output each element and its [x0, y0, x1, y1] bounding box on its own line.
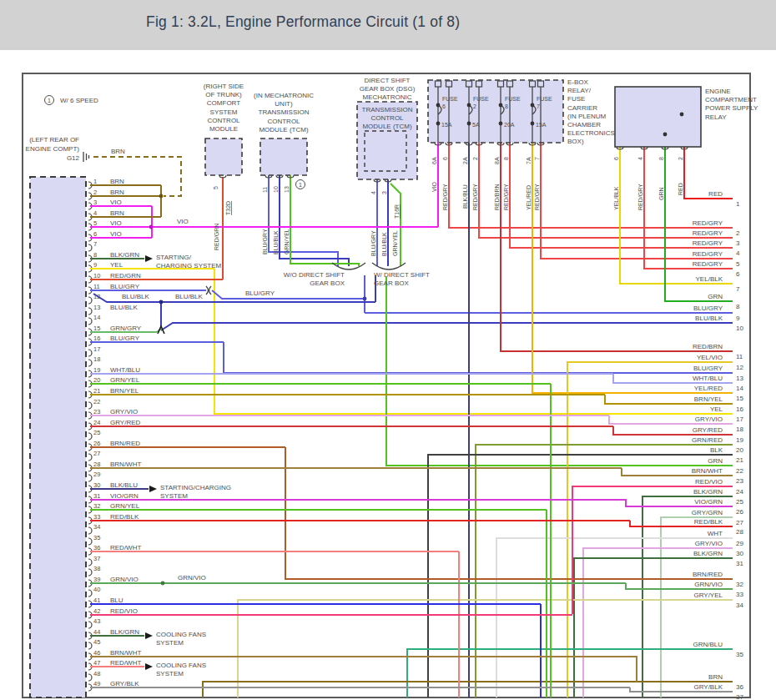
left-pin-wire-label: BLU [110, 597, 123, 604]
left-pin-number: 32 [93, 502, 100, 510]
tcm-module-label: TRANSMISSION [259, 108, 310, 116]
right-row-number: 15 [736, 395, 743, 402]
dsg-module-inner-label: TRANSMISSION [362, 106, 413, 113]
comfort-module-label: OF TRUNK) [205, 91, 242, 98]
left-pin-number: 48 [93, 670, 100, 677]
right-row-wire-label: BLU/GRY [693, 305, 723, 312]
junction-dot [436, 122, 441, 126]
rotated-wire-label: 6 [613, 157, 619, 160]
left-pin-wire-label: GRY/RED [110, 419, 141, 426]
right-row-number: 20 [736, 446, 743, 454]
rotated-wire-label: 5 [213, 186, 219, 189]
right-row-wire-label: GRN [708, 293, 723, 300]
rotated-wire-label: T32D [225, 201, 231, 215]
pin-bump [88, 622, 92, 628]
right-row-number: 12 [736, 364, 743, 371]
right-row-number: 27 [736, 519, 743, 526]
wire [224, 342, 733, 373]
junction-dot [436, 103, 441, 108]
junction-dot [499, 103, 503, 108]
rotated-wire-label: RED/GRN [214, 224, 219, 250]
tcm-module-label: (IN MECHATRONIC [254, 92, 314, 99]
mid-wire-label: BLU/GRY [245, 290, 275, 297]
right-row-wire-label: GRY/VIO [695, 540, 723, 547]
rotated-wire-label: 4 [637, 157, 643, 160]
system-arrow-icon [149, 486, 157, 492]
system-arrow-icon [145, 632, 153, 639]
ebox-fuse-carrier-label: CARRIER [567, 104, 597, 112]
right-row-number: 8 [736, 303, 740, 310]
left-pin-wire-label: GRN/YEL [110, 376, 140, 384]
pin-bump [88, 297, 92, 304]
junction-dot [363, 297, 367, 301]
right-row-wire-label: BRN/WHT [692, 467, 723, 475]
rotated-wire-label: 3 [381, 191, 387, 194]
right-row-number: 37 [736, 693, 743, 700]
rotated-wire-label: RED/GRY [534, 184, 540, 210]
comfort-module-box [205, 138, 242, 175]
right-row-number: 4 [736, 249, 740, 257]
right-row-wire-label: RED [708, 190, 723, 198]
left-pin-number: 35 [93, 534, 100, 541]
left-pin-number: 42 [93, 607, 100, 615]
symbol-path [209, 286, 212, 295]
ground-location-label: (LEFT REAR OF [29, 136, 79, 144]
power-supply-relay-label: RELAY [705, 113, 727, 121]
left-pin-wire-label: BLK/GRN [110, 628, 139, 636]
pin-bump [88, 318, 92, 325]
right-row-number: 32 [736, 581, 743, 588]
wire [93, 157, 181, 196]
fuse-number: 2 [473, 103, 476, 109]
right-row-wire-label: YEL/VIO [697, 354, 723, 361]
left-pin-number: 11 [93, 283, 100, 290]
right-row-wire-label: GRN/BLU [693, 641, 723, 648]
left-pin-wire-label: RED/WHT [110, 659, 141, 667]
junction-dot [663, 133, 668, 137]
pin-bump [88, 454, 92, 461]
right-row-wire-label: GRN [708, 457, 723, 465]
left-pin-number: 12 [93, 293, 100, 300]
left-pin-wire-label: GRY/VIO [110, 408, 138, 415]
left-pin-number: 7 [93, 240, 97, 248]
rotated-wire-label: 2 [678, 157, 683, 160]
right-row-wire-label: GRY/RED [693, 426, 723, 434]
junction-dot [499, 122, 503, 126]
fuse-number: 6 [442, 103, 446, 109]
pin-bump [88, 527, 92, 534]
system-arrow-icon [145, 663, 153, 670]
left-pin-number: 2 [93, 189, 97, 196]
right-row-wire-label: YEL [710, 405, 723, 413]
left-pin-number: 1 [93, 178, 97, 185]
left-connector-box [30, 177, 86, 697]
ebox-fuse-carrier-label: E-BOX [567, 78, 589, 86]
left-pin-wire-label: GRY/BLK [110, 680, 139, 687]
left-pin-wire-label: BLK/BLU [110, 481, 138, 489]
wire [161, 323, 733, 330]
right-row-wire-label: RED/GRY [693, 260, 723, 268]
left-pin-number: 49 [93, 680, 100, 687]
left-pin-number: 36 [93, 544, 100, 551]
note-number: 1 [299, 182, 302, 188]
right-row-wire-label: GRN/VIO [694, 581, 723, 588]
right-row-wire-label: BLK/GRN [693, 488, 723, 496]
pin-bump [88, 433, 92, 440]
pin-bump [88, 538, 92, 545]
rotated-wire-label: BLU/GRY [370, 230, 376, 256]
left-pin-wire-label: BRN [110, 178, 124, 185]
system-arrow-icon [145, 255, 153, 262]
rotated-wire-label: YEL/BLK [613, 186, 619, 210]
pin-bump [88, 475, 92, 481]
right-row-number: 1 [736, 200, 740, 208]
junction-dot [680, 113, 684, 117]
left-pin-number: 9 [93, 261, 97, 269]
left-pin-number: 14 [93, 314, 100, 321]
pin-bump [88, 350, 92, 356]
left-pin-number: 25 [93, 429, 100, 436]
left-pin-number: 21 [93, 387, 100, 395]
rotated-wire-label: VIO [431, 181, 437, 192]
system-ref-label: SYSTEM [156, 670, 184, 677]
left-pin-wire-label: YEL [110, 261, 123, 269]
left-pin-number: 28 [93, 461, 100, 468]
left-pin-wire-label: RED/BLK [110, 513, 139, 521]
right-row-wire-label: GRY/GRN [692, 509, 723, 516]
